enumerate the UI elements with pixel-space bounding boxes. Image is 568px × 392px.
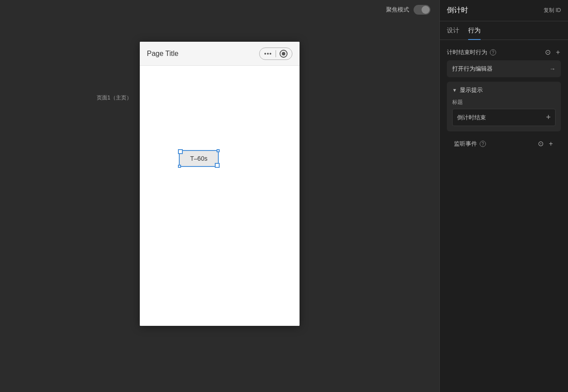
section-actions-timer-end: ⊙ + bbox=[544, 48, 561, 57]
handle-tr bbox=[217, 149, 220, 152]
info-icon-monitor[interactable]: ? bbox=[480, 141, 486, 147]
title-field-input[interactable]: 倒计时结束 + bbox=[452, 109, 556, 126]
canvas-body: 页面1（主页） Page Title ••• bbox=[0, 20, 439, 392]
section-title-monitor: 监听事件 ? bbox=[454, 140, 486, 148]
show-tip-label: 显示提示 bbox=[460, 86, 483, 94]
right-panel: 倒计时 复制 ID 设计 行为 计时结束时行为 ? ⊙ + 打开行为编辑器 → bbox=[439, 0, 568, 392]
show-tip-body: 标题 倒计时结束 + bbox=[447, 99, 561, 131]
top-bar: 聚焦模式 bbox=[0, 0, 439, 20]
tab-behavior[interactable]: 行为 bbox=[468, 21, 481, 40]
focus-mode-toggle[interactable] bbox=[414, 5, 430, 15]
copy-id-button[interactable]: 复制 ID bbox=[544, 7, 561, 14]
monitor-section: 监听事件 ? ⊙ + bbox=[440, 136, 568, 155]
phone-header-actions: ••• bbox=[259, 48, 292, 60]
add-icon-monitor[interactable]: + bbox=[548, 139, 554, 148]
section-title-timer-end: 计时结束时行为 ? bbox=[447, 48, 496, 56]
timer-end-section-header: 计时结束时行为 ? ⊙ + bbox=[440, 46, 568, 60]
monitor-section-header: 监听事件 ? ⊙ + bbox=[447, 138, 561, 152]
phone-page-title: Page Title bbox=[147, 50, 178, 58]
show-tip-header[interactable]: ▼ 显示提示 bbox=[447, 82, 561, 99]
show-tip-section: ▼ 显示提示 标题 倒计时结束 + bbox=[447, 82, 561, 131]
title-field-label: 标题 bbox=[452, 99, 556, 106]
tab-design[interactable]: 设计 bbox=[447, 21, 459, 40]
divider bbox=[276, 50, 276, 57]
open-behavior-editor-bar[interactable]: 打开行为编辑器 → bbox=[447, 60, 561, 77]
focus-mode-label: 聚焦模式 bbox=[386, 6, 409, 14]
info-icon-timer-end[interactable]: ? bbox=[490, 49, 496, 55]
title-field-value: 倒计时结束 bbox=[457, 114, 486, 122]
section-actions-monitor: ⊙ + bbox=[537, 139, 554, 148]
arrow-right-icon: → bbox=[549, 65, 556, 72]
timer-widget[interactable]: T–60s bbox=[179, 150, 219, 167]
panel-header: 倒计时 复制 ID bbox=[440, 0, 568, 21]
panel-content: 计时结束时行为 ? ⊙ + 打开行为编辑器 → ▼ 显示提示 标题 倒计时结束 bbox=[440, 40, 568, 392]
handle-bl bbox=[178, 165, 181, 168]
panel-title: 倒计时 bbox=[447, 6, 468, 15]
panel-tabs: 设计 行为 bbox=[440, 21, 568, 40]
add-icon-timer-end[interactable]: + bbox=[555, 48, 561, 57]
canvas-area: 聚焦模式 页面1（主页） Page Title ••• bbox=[0, 0, 439, 392]
header-pill[interactable]: ••• bbox=[259, 48, 292, 60]
timer-display: T–60s bbox=[190, 155, 208, 162]
phone-content: T–60s bbox=[140, 66, 300, 326]
record-icon bbox=[280, 50, 288, 58]
field-add-icon[interactable]: + bbox=[546, 113, 551, 122]
phone-header: Page Title ••• bbox=[140, 42, 300, 66]
expand-arrow-icon: ▼ bbox=[452, 87, 457, 93]
more-icon: ••• bbox=[264, 50, 272, 57]
phone-frame: Page Title ••• T–60s bbox=[140, 42, 300, 326]
settings-icon-timer-end[interactable]: ⊙ bbox=[544, 48, 552, 57]
page-label: 页面1（主页） bbox=[97, 94, 132, 102]
settings-icon-monitor[interactable]: ⊙ bbox=[537, 139, 544, 148]
open-editor-label: 打开行为编辑器 bbox=[452, 65, 493, 73]
